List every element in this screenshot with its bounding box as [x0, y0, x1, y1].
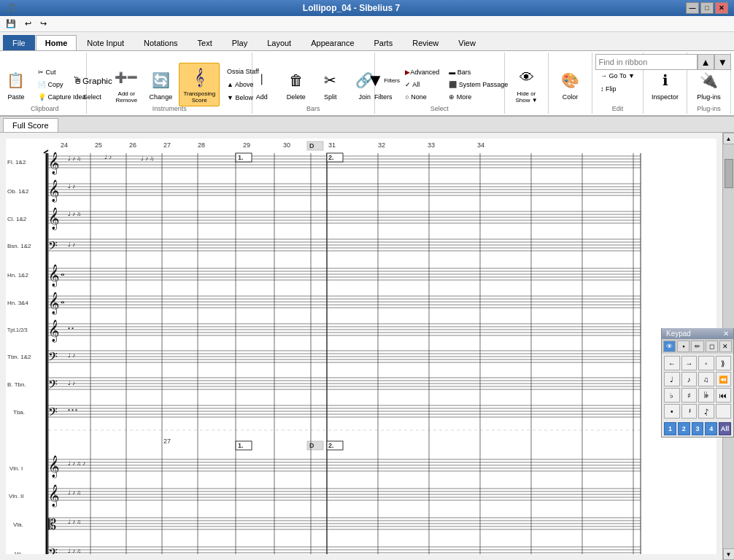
svg-text:𝄞: 𝄞 [48, 292, 59, 315]
undo-button[interactable]: ↩ [22, 18, 34, 29]
keypad-dot-btn[interactable]: ▪ [677, 341, 689, 352]
keypad-header: Keypad ✕ [662, 328, 733, 339]
color-button[interactable]: 🎨 Color [555, 66, 587, 104]
add-bar-button[interactable]: 𝄀 Add [246, 66, 278, 104]
add-remove-button[interactable]: ➕➖ Add orRemove [110, 63, 142, 106]
keypad-sharp[interactable]: ♯ [681, 388, 698, 402]
tab-review[interactable]: Review [403, 35, 448, 50]
svg-text:𝄞: 𝄞 [48, 207, 59, 230]
tab-appearance[interactable]: Appearance [301, 35, 363, 50]
svg-text:𝄞: 𝄞 [48, 319, 59, 343]
svg-text:Fl. 1&2: Fl. 1&2 [7, 159, 26, 166]
tab-text[interactable]: Text [188, 35, 222, 50]
tab-play[interactable]: Play [223, 35, 257, 50]
more-button[interactable]: ⊕ More [445, 91, 511, 103]
svg-text:1.: 1. [238, 442, 244, 449]
score-svg: 24 25 26 27 28 29 30 D 31 32 33 34 [6, 139, 716, 554]
keypad-num-2[interactable]: 2 [678, 422, 690, 435]
plugins-button[interactable]: 🔌 Plug-ins [692, 66, 725, 104]
keypad-circle[interactable]: ◦ [698, 356, 714, 370]
svg-text:𝄢: 𝄢 [48, 350, 58, 366]
none-button[interactable]: ○ None [401, 91, 443, 103]
ribbon-search-input[interactable] [595, 54, 698, 70]
maximize-button[interactable]: □ [700, 2, 714, 14]
keypad-rewind[interactable]: ⏪ [716, 372, 732, 386]
group-select: ▼Filters Filters ▶ Advanced ✓ All ○ None… [375, 52, 505, 114]
score-canvas[interactable]: 24 25 26 27 28 29 30 D 31 32 33 34 [6, 139, 716, 554]
svg-text:Tbn. 1&2: Tbn. 1&2 [7, 354, 31, 360]
keypad-flat[interactable]: ♭ [664, 388, 680, 402]
tab-parts[interactable]: Parts [365, 35, 403, 50]
close-button[interactable]: ✕ [715, 2, 728, 14]
scroll-up-button[interactable]: ▲ [723, 133, 735, 144]
select-graphic-button[interactable]: 🖱Graphic Select [76, 66, 108, 104]
keypad-dotted-note[interactable]: ♪̣ [698, 404, 714, 419]
select-graphic-icon: 🖱Graphic [80, 69, 104, 92]
svg-text:♩ ♪ ♫: ♩ ♪ ♫ [141, 155, 154, 162]
flip-button[interactable]: ↕ Flip [597, 83, 620, 95]
minimize-button[interactable]: — [686, 2, 699, 14]
transposing-score-button[interactable]: 𝄞 TransposingScore [179, 63, 220, 106]
tab-view[interactable]: View [449, 35, 485, 50]
keypad-grid: ← → ◦ ⟫ ♩ ♪ ♫ ⏪ ♭ ♯ 𝄫 ⏮ • 𝄽 ♪̣ [662, 354, 733, 421]
tab-file[interactable]: File [3, 35, 35, 50]
group-bars: 𝄀 Add 🗑 Delete ✂ Split 🔗 Join Bars [252, 52, 375, 114]
keypad-x-btn[interactable]: ✕ [719, 341, 732, 352]
svg-text:1.: 1. [238, 154, 244, 161]
all-button[interactable]: ✓ All [401, 79, 443, 90]
svg-text:Vln. I: Vln. I [9, 465, 23, 472]
hide-show-button[interactable]: 👁 Hide orShow ▼ [511, 63, 543, 106]
ribbon-search-down[interactable]: ▼ [714, 54, 731, 70]
scroll-down-button[interactable]: ▼ [723, 548, 735, 560]
svg-text:25: 25 [95, 141, 102, 149]
keypad-arrow-left[interactable]: ← [664, 356, 680, 370]
goto-button[interactable]: → Go To ▼ [597, 70, 638, 82]
keypad-num-1[interactable]: 1 [664, 422, 676, 435]
tab-noteinput[interactable]: Note Input [77, 35, 134, 50]
keypad-beamed-notes[interactable]: ♫ [698, 372, 714, 386]
svg-text:𝄢: 𝄢 [48, 546, 58, 554]
system-passage-button[interactable]: ⬛ System Passage [445, 79, 511, 90]
full-score-tab[interactable]: Full Score [3, 118, 58, 132]
filters-button[interactable]: ▼Filters Filters [367, 66, 399, 104]
keypad-all-btn[interactable]: All [719, 422, 731, 435]
svg-text:2.: 2. [328, 442, 334, 449]
svg-text:2.: 2. [328, 154, 334, 161]
keypad-close-button[interactable]: ✕ [723, 330, 729, 338]
keypad-rest[interactable]: 𝄽 [681, 404, 698, 419]
keypad-double-right[interactable]: ⟫ [716, 356, 732, 370]
ribbon-search-up[interactable]: ▲ [698, 54, 714, 70]
change-icon: 🔄 [149, 69, 172, 92]
svg-text:𝄞: 𝄞 [48, 455, 59, 478]
keypad-arrow-right[interactable]: → [681, 356, 698, 370]
score-content: 24 25 26 27 28 29 30 D 31 32 33 34 [6, 139, 716, 554]
v-scroll-thumb[interactable] [725, 159, 733, 188]
inspector-button[interactable]: ℹ Inspector [647, 66, 683, 104]
keypad-quarter-note[interactable]: ♩ [664, 372, 680, 386]
add-bar-icon: 𝄀 [250, 69, 274, 92]
keypad-eighth-note[interactable]: ♪ [681, 372, 698, 386]
redo-button[interactable]: ↪ [37, 18, 50, 29]
keypad-pencil-btn[interactable]: ✏ [691, 341, 703, 352]
split-bar-button[interactable]: ✂ Split [314, 66, 347, 104]
delete-bar-button[interactable]: 🗑 Delete [280, 66, 312, 104]
svg-text:𝄞: 𝄞 [48, 152, 59, 175]
advanced-button[interactable]: ▶ Advanced [401, 66, 443, 78]
keypad-view-btn[interactable]: 👁 [663, 341, 676, 352]
keypad-skip-back[interactable]: ⏮ [716, 388, 732, 402]
bars-select-button[interactable]: ▬ Bars [445, 66, 511, 78]
tab-notations[interactable]: Notations [134, 35, 187, 50]
edit-label: Edit [612, 105, 624, 112]
keypad-dot[interactable]: • [664, 404, 680, 419]
keypad-box-btn[interactable]: ◻ [706, 341, 718, 352]
keypad-num-3[interactable]: 3 [692, 422, 704, 435]
change-button[interactable]: 🔄 Change [144, 66, 177, 104]
keypad-num-4[interactable]: 4 [705, 422, 717, 435]
window-controls: — □ ✕ [686, 2, 728, 14]
paste-button[interactable]: 📋 Paste [0, 66, 32, 104]
save-button[interactable]: 💾 [3, 18, 19, 29]
keypad-double-flat[interactable]: 𝄫 [698, 388, 714, 402]
tab-home[interactable]: Home [36, 35, 77, 50]
svg-text:Hn. 1&2: Hn. 1&2 [7, 272, 28, 279]
tab-layout[interactable]: Layout [258, 35, 301, 50]
